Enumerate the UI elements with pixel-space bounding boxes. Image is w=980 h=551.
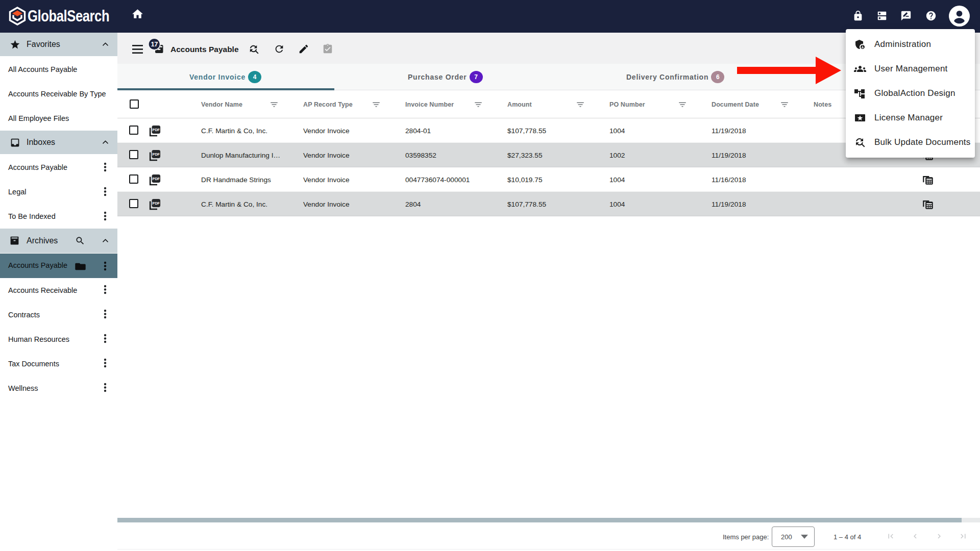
svg-text:17: 17 [151,40,158,48]
svg-text:PDF: PDF [153,128,160,132]
svg-text:PDF: PDF [153,201,160,206]
svg-text:PDF: PDF [153,152,160,157]
svg-text:PDF: PDF [153,177,160,181]
svg-text:GlobalSearch: GlobalSearch [28,7,109,25]
